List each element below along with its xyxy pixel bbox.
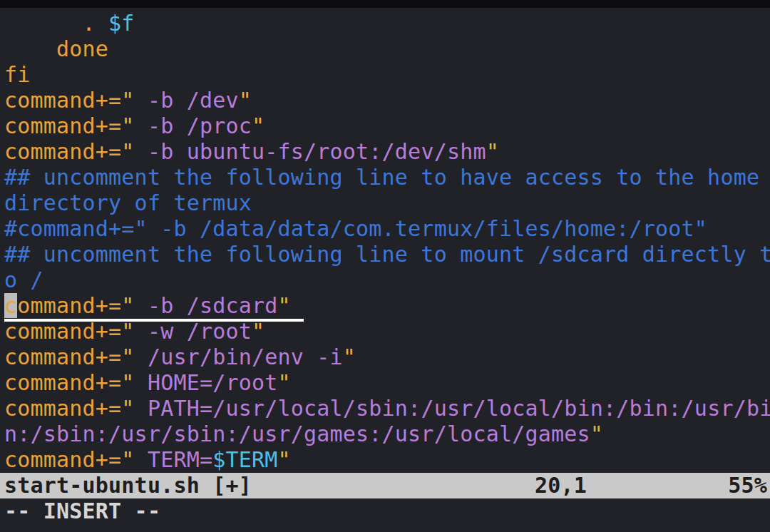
- code-segment: ## uncomment the following line to have …: [4, 165, 759, 190]
- buffer-line[interactable]: command+=" TERM=$TERM": [4, 447, 770, 473]
- code-segment: ": [121, 370, 134, 395]
- code-segment: -b /dev: [135, 88, 239, 113]
- buffer-line[interactable]: command+=" -b ubuntu-fs/root:/dev/shm": [4, 139, 770, 165]
- code-segment: ": [121, 113, 134, 138]
- top-strip: [0, 0, 770, 8]
- code-segment: -b /proc: [135, 113, 252, 138]
- code-segment: ": [278, 447, 291, 472]
- code-segment: #command+=" -b /data/data/com.termux/fil…: [4, 216, 707, 241]
- code-segment: command+=: [4, 319, 121, 344]
- code-segment: ": [278, 370, 291, 395]
- code-segment: fi: [4, 62, 31, 87]
- buffer-line[interactable]: command+=" PATH=/usr/local/sbin:/usr/loc…: [4, 396, 770, 421]
- buffer-line[interactable]: ## uncomment the following line to have …: [4, 165, 770, 190]
- code-segment: /usr/bin/env -i: [135, 344, 343, 369]
- vim-mode-indicator: -- INSERT --: [0, 498, 770, 524]
- code-segment: command+=: [4, 139, 121, 164]
- code-segment: command+=: [4, 447, 121, 472]
- code-segment: ommand+=: [17, 293, 121, 318]
- code-segment: ": [239, 88, 252, 113]
- code-segment: n:/sbin:/usr/sbin:/usr/games:/usr/local/…: [4, 421, 590, 446]
- code-segment: -b ubuntu-fs/root:/dev/shm: [135, 139, 486, 164]
- buffer-line[interactable]: command+=" -w /root": [4, 319, 770, 344]
- code-segment: directory of termux: [4, 190, 252, 215]
- vim-buffer[interactable]: . $f doneficommand+=" -b /dev"command+="…: [0, 8, 770, 473]
- code-segment: ": [252, 319, 265, 344]
- code-segment: o /: [4, 267, 43, 292]
- code-segment: ": [121, 396, 134, 421]
- buffer-line[interactable]: command+=" -b /proc": [4, 113, 770, 139]
- code-segment: ": [278, 293, 291, 318]
- code-segment: command+=: [4, 88, 121, 113]
- code-segment: done: [4, 36, 108, 61]
- code-segment: HOME=/root: [135, 370, 278, 395]
- vim-statusline: start-ubuntu.sh [+] 20,1 55%: [0, 473, 770, 498]
- buffer-line[interactable]: command+=" HOME=/root": [4, 370, 770, 396]
- code-segment: PATH=/usr/local/sbin:/usr/local/bin:/bin…: [135, 396, 770, 421]
- code-segment: command+=: [4, 344, 121, 369]
- buffer-line[interactable]: command+=" -b /dev": [4, 88, 770, 113]
- buffer-line[interactable]: n:/sbin:/usr/sbin:/usr/games:/usr/local/…: [4, 421, 770, 447]
- buffer-line[interactable]: #command+=" -b /data/data/com.termux/fil…: [4, 216, 770, 242]
- buffer-line[interactable]: fi: [4, 62, 770, 88]
- buffer-line[interactable]: o /: [4, 267, 770, 293]
- code-segment: $f: [108, 11, 135, 36]
- buffer-line[interactable]: directory of termux: [4, 190, 770, 216]
- code-segment: -b /sdcard: [135, 293, 278, 318]
- scroll-percentage: 55%: [728, 473, 767, 498]
- code-segment: -w /root: [135, 319, 252, 344]
- code-segment: ": [121, 88, 134, 113]
- code-segment: ": [343, 344, 356, 369]
- code-segment: ": [486, 139, 499, 164]
- code-segment: ": [121, 319, 134, 344]
- code-segment: command+=: [4, 113, 121, 138]
- code-segment: TERM=: [135, 447, 213, 472]
- cursor-position: 20,1: [535, 473, 587, 498]
- buffer-line[interactable]: . $f: [4, 11, 770, 36]
- code-segment: command+=: [4, 396, 121, 421]
- code-segment: [4, 11, 83, 36]
- buffer-line[interactable]: command+=" /usr/bin/env -i": [4, 344, 770, 370]
- code-segment: ": [590, 421, 603, 446]
- code-segment: ## uncomment the following line to mount…: [4, 242, 770, 267]
- code-segment: ": [121, 293, 134, 318]
- code-segment: [96, 11, 108, 36]
- code-segment: command+=: [4, 370, 121, 395]
- code-segment: ": [121, 344, 134, 369]
- code-segment: .: [83, 11, 96, 36]
- buffer-line[interactable]: command+=" -b /sdcard": [4, 293, 770, 319]
- terminal-screen: . $f doneficommand+=" -b /dev"command+="…: [0, 0, 770, 532]
- buffer-line[interactable]: ## uncomment the following line to mount…: [4, 242, 770, 267]
- code-segment: $TERM: [212, 447, 277, 472]
- statusline-filename: start-ubuntu.sh [+]: [4, 473, 252, 498]
- cursor-block: c: [4, 293, 17, 318]
- buffer-line[interactable]: done: [4, 36, 770, 62]
- code-segment: ": [252, 113, 265, 138]
- code-segment: ": [121, 447, 134, 472]
- code-segment: ": [121, 139, 134, 164]
